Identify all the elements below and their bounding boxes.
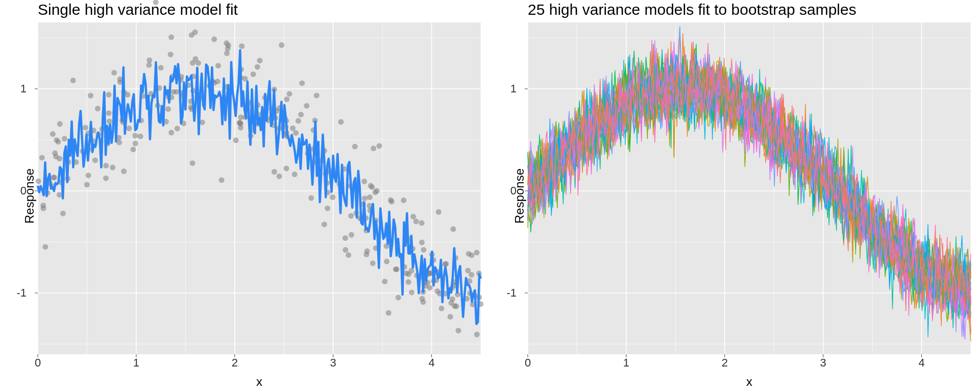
- svg-point-207: [314, 93, 320, 99]
- svg-point-139: [362, 195, 368, 201]
- svg-point-264: [284, 96, 289, 102]
- left-xticks: 01234: [38, 356, 481, 372]
- svg-point-37: [450, 226, 456, 232]
- svg-point-218: [233, 137, 238, 143]
- left-yticks: -101: [0, 22, 34, 354]
- svg-point-67: [146, 62, 152, 68]
- svg-point-280: [257, 58, 262, 63]
- svg-point-166: [374, 188, 380, 193]
- page: Single high variance model fit Response …: [0, 0, 980, 392]
- svg-point-253: [419, 240, 425, 246]
- svg-point-87: [322, 222, 327, 227]
- svg-point-294: [41, 206, 46, 211]
- svg-point-275: [225, 46, 231, 52]
- svg-point-289: [296, 118, 301, 124]
- svg-point-97: [92, 157, 98, 163]
- svg-point-129: [346, 252, 351, 258]
- svg-rect-326: [528, 22, 971, 354]
- svg-point-282: [84, 182, 90, 187]
- svg-point-39: [419, 220, 425, 226]
- svg-point-187: [110, 165, 115, 170]
- svg-point-245: [111, 70, 117, 76]
- svg-point-295: [251, 71, 256, 77]
- svg-point-95: [60, 211, 66, 216]
- svg-point-188: [125, 92, 130, 97]
- svg-point-224: [39, 155, 45, 160]
- svg-point-271: [384, 259, 389, 264]
- svg-point-208: [304, 103, 309, 109]
- svg-point-258: [421, 247, 426, 253]
- svg-point-24: [352, 144, 358, 150]
- svg-point-190: [42, 244, 48, 250]
- left-xlabel: x: [256, 375, 262, 389]
- svg-point-297: [53, 154, 59, 159]
- svg-point-38: [377, 143, 382, 149]
- svg-point-153: [409, 289, 414, 295]
- svg-point-259: [170, 89, 176, 95]
- left-plot: [38, 22, 481, 354]
- right-title: 25 high variance models fit to bootstrap…: [528, 1, 856, 18]
- svg-point-142: [70, 78, 76, 83]
- svg-point-317: [393, 266, 399, 272]
- svg-point-92: [168, 130, 174, 135]
- svg-point-25: [158, 65, 164, 70]
- svg-point-284: [448, 314, 453, 320]
- left-title: Single high variance model fit: [38, 1, 238, 18]
- svg-point-63: [62, 136, 67, 141]
- svg-point-287: [189, 32, 194, 38]
- svg-point-197: [36, 178, 41, 184]
- svg-point-254: [348, 213, 354, 218]
- svg-point-49: [83, 125, 88, 130]
- svg-point-230: [298, 112, 304, 117]
- svg-point-40: [146, 58, 152, 63]
- svg-point-182: [168, 34, 174, 40]
- svg-point-169: [299, 80, 305, 86]
- svg-point-226: [175, 126, 180, 131]
- svg-point-310: [126, 126, 132, 131]
- svg-point-159: [439, 306, 445, 311]
- svg-point-204: [361, 179, 367, 184]
- svg-point-36: [255, 64, 260, 70]
- right-panel: 25 high variance models fit to bootstrap…: [490, 0, 980, 392]
- svg-point-214: [133, 133, 138, 138]
- svg-point-263: [342, 247, 348, 253]
- svg-point-90: [284, 165, 289, 171]
- right-xlabel: x: [746, 375, 752, 389]
- svg-point-163: [103, 163, 109, 168]
- svg-point-315: [420, 296, 425, 302]
- right-plot: [528, 22, 971, 354]
- svg-point-167: [279, 42, 284, 48]
- svg-point-296: [453, 304, 459, 309]
- left-panel: Single high variance model fit Response …: [0, 0, 490, 392]
- svg-point-131: [138, 134, 143, 139]
- svg-point-35: [396, 295, 401, 300]
- svg-point-199: [165, 106, 171, 112]
- svg-point-177: [364, 249, 370, 254]
- svg-rect-0: [38, 22, 481, 354]
- svg-point-257: [293, 130, 299, 136]
- svg-point-299: [51, 175, 56, 180]
- svg-point-302: [474, 250, 479, 255]
- svg-point-219: [427, 285, 433, 290]
- svg-point-157: [349, 232, 354, 238]
- svg-point-168: [443, 261, 449, 266]
- svg-point-186: [192, 56, 198, 62]
- svg-point-150: [449, 300, 454, 306]
- svg-point-85: [325, 206, 330, 211]
- svg-point-33: [290, 126, 296, 131]
- svg-point-205: [130, 146, 136, 152]
- svg-point-73: [239, 43, 244, 49]
- svg-point-292: [54, 137, 59, 143]
- svg-point-105: [219, 177, 225, 183]
- svg-point-236: [368, 183, 374, 188]
- svg-point-181: [215, 79, 220, 84]
- svg-point-283: [388, 198, 394, 203]
- svg-point-216: [308, 195, 314, 201]
- svg-point-225: [456, 328, 461, 333]
- svg-point-189: [237, 120, 243, 126]
- svg-point-52: [277, 174, 282, 179]
- svg-point-83: [386, 310, 391, 315]
- svg-point-227: [469, 252, 475, 258]
- svg-point-279: [106, 92, 112, 97]
- right-yticks: -101: [490, 22, 524, 354]
